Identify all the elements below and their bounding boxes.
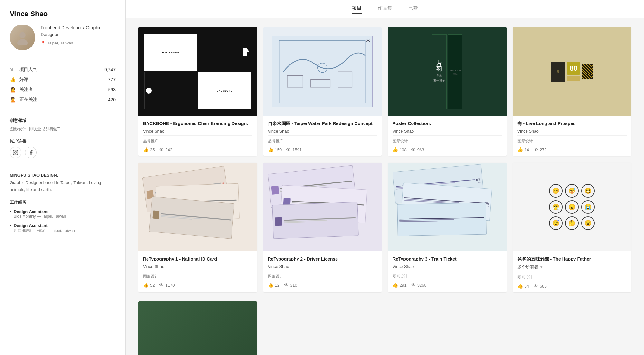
work-content-2: Design Assistant 四口田設計工作室 — Taipei, Taiw… xyxy=(14,223,75,233)
instagram-icon[interactable] xyxy=(10,147,21,158)
project-category-nid: 图形设计 xyxy=(143,271,252,279)
following-icon: 🙎 xyxy=(10,96,16,103)
partial-thumb-1 xyxy=(138,301,257,355)
views-value: 9,247 xyxy=(104,67,116,72)
project-card-waterpark[interactable]: 水 自來水園區 - Taipei xyxy=(263,27,382,156)
project-stats-driver: 👍 12 👁 310 xyxy=(268,282,377,288)
location-pin-icon: 📍 xyxy=(41,41,46,45)
stat-followers: 🙍 关注者 563 xyxy=(10,84,116,94)
views-icon: 👁 xyxy=(159,147,164,152)
like-icon: 👍 xyxy=(268,147,273,152)
svg-rect-6 xyxy=(287,75,303,87)
project-card-nid[interactable]: ReTypography 1 - National ID Card Vince … xyxy=(138,163,257,292)
work-content-1: Design Assistant Bios Monthly — Taipei, … xyxy=(14,209,66,219)
creative-domain-title: 创意领域 xyxy=(10,118,116,123)
views-label: 项目人气 xyxy=(19,67,101,73)
bio-title: MINGPU SHAO DESIGN. xyxy=(10,173,116,178)
work-detail-2: 四口田設計工作室 — Taipei, Taiwan xyxy=(14,228,75,233)
project-body-waterpark: 自來水園區 - Taipei Water Park Redesign Conce… xyxy=(263,116,382,156)
project-card-backbone[interactable]: BACKBONE BACKBONE xyxy=(138,27,257,156)
likes-count: 159 xyxy=(275,147,282,152)
project-category-backbone: 品牌推广 xyxy=(143,135,252,144)
project-author-train: Vince Shao xyxy=(393,264,502,269)
svg-rect-5 xyxy=(279,40,365,103)
followers-icon: 🙍 xyxy=(10,86,16,93)
project-body-backbone: BACKBONE - Ergonomic Chair Branding Desi… xyxy=(138,116,257,156)
backbone-grid: BACKBONE BACKBONE xyxy=(144,34,251,109)
tab-liked[interactable]: 已赞 xyxy=(408,5,418,13)
social-icons xyxy=(10,147,116,158)
project-stats-train: 👍 291 👁 3268 xyxy=(393,282,502,288)
tabs-bar: 项目 作品集 已赞 xyxy=(126,0,644,18)
project-card-driver[interactable]: ReTypography 2 - Driver License Vince Sh… xyxy=(263,163,382,292)
svg-point-4 xyxy=(16,151,17,152)
project-body-nid: ReTypography 1 - National ID Card Vince … xyxy=(138,251,257,292)
project-author-happy: 多个所有者 ▼ xyxy=(517,264,627,270)
projects-partial-row xyxy=(126,301,644,355)
tab-portfolio[interactable]: 作品集 xyxy=(378,5,392,13)
project-author-longlive: Vince Shao xyxy=(517,129,627,133)
project-title-nid: ReTypography 1 - National ID Card xyxy=(143,256,252,262)
project-card-longlive[interactable]: 壽 80 壽 - Live Long and xyxy=(513,27,631,156)
followers-label: 关注者 xyxy=(19,87,105,93)
divider-3 xyxy=(10,166,116,166)
project-title-poster: Poster Collection. xyxy=(393,121,502,127)
project-card-poster[interactable]: 片 羽 擊光 五十週年 MITIGATION 展覧会 xyxy=(388,27,507,156)
profile-title: Front-end Developer / Graphic Designer xyxy=(41,25,116,38)
svg-rect-2 xyxy=(13,150,18,155)
likes-label: 好评 xyxy=(19,77,105,83)
bullet-1: • xyxy=(10,209,11,219)
more-authors-arrow[interactable]: ▼ xyxy=(539,265,543,269)
likes-count: 35 xyxy=(150,147,155,152)
project-card-train[interactable]: 台北 605 高雄 xyxy=(388,163,507,292)
project-thumb-nid xyxy=(138,163,257,251)
project-body-poster: Poster Collection. Vince Shao 图形设计 👍 108… xyxy=(388,116,507,156)
project-author-waterpark: Vince Shao xyxy=(268,129,377,133)
like-icon: 👍 xyxy=(268,282,273,288)
views-count: 272 xyxy=(540,147,547,152)
following-value: 420 xyxy=(108,97,116,102)
facebook-icon[interactable] xyxy=(25,147,37,158)
views-icon: 👁 xyxy=(411,147,416,152)
project-stats-backbone: 👍 35 👁 242 xyxy=(143,147,252,152)
app-layout: Vince Shao Front-end Developer / Graphic… xyxy=(0,0,644,355)
project-category-happy: 图形设计 xyxy=(517,272,627,280)
project-card-happy[interactable]: 😊 😅 😩 😤 😠 😭 😴 🤔 😮 爸爸的五味雜陳 - xyxy=(513,163,631,292)
project-title-happy: 爸爸的五味雜陳 - The Happy Father xyxy=(517,256,627,262)
project-stats-longlive: 👍 14 👁 272 xyxy=(517,147,627,152)
likes-count: 12 xyxy=(275,283,279,288)
views-icon: 👁 xyxy=(10,67,16,73)
project-stats-nid: 👍 52 👁 1170 xyxy=(143,282,252,288)
divider-2 xyxy=(10,111,116,111)
user-name: Vince Shao xyxy=(10,10,116,18)
project-author-driver: Vince Shao xyxy=(268,264,377,269)
sidebar: Vince Shao Front-end Developer / Graphic… xyxy=(0,0,126,355)
views-count: 1591 xyxy=(292,147,302,152)
avatar xyxy=(10,25,35,50)
stat-likes: 👍 好评 777 xyxy=(10,74,116,84)
views-count: 1170 xyxy=(165,283,175,288)
partial-card-1[interactable] xyxy=(138,301,257,355)
views-icon: 👁 xyxy=(159,282,164,288)
project-thumb-driver xyxy=(263,163,382,251)
bio-section: MINGPU SHAO DESIGN. Graphic Designer bas… xyxy=(10,173,116,193)
likes-group: 👍 35 xyxy=(143,147,155,152)
project-stats-poster: 👍 108 👁 963 xyxy=(393,147,502,152)
svg-rect-8 xyxy=(338,72,352,87)
profile-location: 📍 Taipei, Taiwan xyxy=(41,41,116,45)
tab-projects[interactable]: 项目 xyxy=(352,5,362,13)
likes-value: 777 xyxy=(108,77,116,82)
views-icon: 👁 xyxy=(286,147,291,152)
project-category-driver: 图形设计 xyxy=(268,271,377,279)
project-title-waterpark: 自來水園區 - Taipei Water Park Redesign Conce… xyxy=(268,121,377,127)
work-detail-1: Bios Monthly — Taipei, Taiwan xyxy=(14,214,66,219)
divider-1 xyxy=(10,58,116,58)
stat-views: 👁 项目人气 9,247 xyxy=(10,65,116,74)
following-label: 正在关注 xyxy=(19,97,105,103)
views-count: 310 xyxy=(290,283,297,288)
project-category-poster: 图形设计 xyxy=(393,135,502,144)
project-thumb-longlive: 壽 80 xyxy=(513,27,631,116)
accounts-title: 帐户连接 xyxy=(10,138,116,144)
profile-section: Front-end Developer / Graphic Designer 📍… xyxy=(10,25,116,50)
project-body-happy: 爸爸的五味雜陳 - The Happy Father 多个所有者 ▼ 图形设计 … xyxy=(513,251,631,293)
